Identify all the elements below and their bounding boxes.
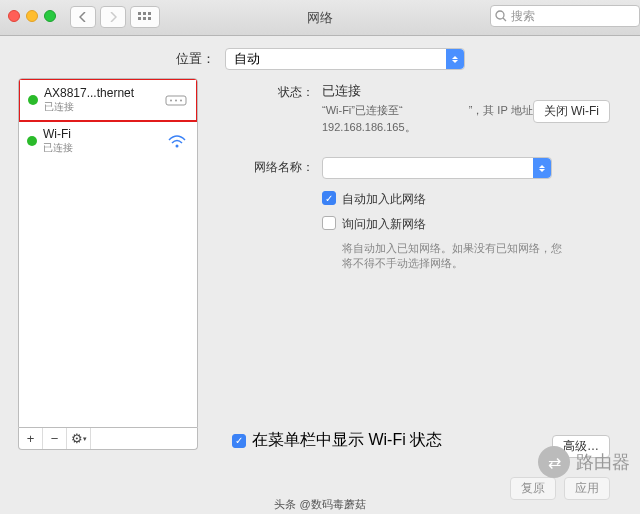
search-icon (495, 10, 507, 22)
sidebar-toolbar: + − ⚙▾ (18, 428, 198, 450)
search-placeholder: 搜索 (511, 8, 535, 25)
svg-point-12 (176, 145, 179, 148)
svg-rect-2 (148, 12, 151, 15)
status-label: 状态： (222, 82, 322, 135)
netname-label: 网络名称： (222, 157, 322, 272)
gear-button[interactable]: ⚙▾ (67, 428, 91, 449)
network-name-popup[interactable] (322, 157, 552, 179)
ask-join-description: 将自动加入已知网络。如果没有已知网络，您将不得不手动选择网络。 (342, 241, 562, 272)
show-menubar-checkbox[interactable]: ✓ (232, 434, 246, 448)
auto-join-label: 自动加入此网络 (342, 191, 426, 208)
sidebar-item-status: 已连接 (43, 141, 159, 155)
credit-text: 头条 @数码毒蘑菇 (274, 497, 365, 512)
wifi-icon (165, 131, 189, 151)
svg-rect-3 (138, 17, 141, 20)
gear-icon: ⚙ (71, 431, 83, 446)
bottom-buttons: 复原 应用 (510, 477, 610, 500)
titlebar: 网络 搜索 (0, 0, 640, 36)
detail-pane: 状态： 已连接 “Wi-Fi”已连接至“ ”，其 IP 地址为 192.168.… (198, 78, 622, 450)
chevron-updown-icon (446, 49, 464, 69)
zoom-icon[interactable] (44, 10, 56, 22)
location-value: 自动 (234, 50, 260, 68)
minimize-icon[interactable] (26, 10, 38, 22)
svg-point-9 (170, 100, 172, 102)
svg-rect-0 (138, 12, 141, 15)
forward-button[interactable] (100, 6, 126, 28)
sidebar-item-status: 已连接 (44, 100, 158, 114)
toolbar-nav (70, 6, 160, 28)
remove-interface-button[interactable]: − (43, 428, 67, 449)
location-label: 位置： (176, 50, 215, 68)
back-button[interactable] (70, 6, 96, 28)
apply-button[interactable]: 应用 (564, 477, 610, 500)
close-icon[interactable] (8, 10, 20, 22)
ask-join-checkbox[interactable] (322, 216, 336, 230)
sidebar-item-label: AX8817...thernet (44, 86, 158, 100)
svg-rect-1 (143, 12, 146, 15)
sidebar-item-ethernet[interactable]: AX8817...thernet 已连接 (18, 78, 198, 122)
add-interface-button[interactable]: + (19, 428, 43, 449)
traffic-lights (8, 10, 56, 22)
svg-point-6 (496, 11, 504, 19)
turn-wifi-off-button[interactable]: 关闭 Wi-Fi (533, 100, 610, 123)
sidebar-item-label: Wi-Fi (43, 127, 159, 141)
interface-sidebar: AX8817...thernet 已连接 Wi-Fi 已连接 (18, 78, 198, 428)
status-value: 已连接 (322, 82, 622, 100)
status-dot-icon (27, 136, 37, 146)
ask-join-label: 询问加入新网络 (342, 216, 426, 233)
menubar-row: ✓ 在菜单栏中显示 Wi-Fi 状态 (232, 430, 442, 451)
auto-join-checkbox[interactable]: ✓ (322, 191, 336, 205)
svg-line-7 (503, 18, 506, 21)
revert-button[interactable]: 复原 (510, 477, 556, 500)
svg-rect-5 (148, 17, 151, 20)
svg-point-11 (180, 100, 182, 102)
window-title: 网络 (307, 9, 333, 27)
ethernet-icon (164, 90, 188, 110)
status-dot-icon (28, 95, 38, 105)
chevron-updown-icon (533, 158, 551, 178)
location-popup[interactable]: 自动 (225, 48, 465, 70)
show-menubar-label: 在菜单栏中显示 Wi-Fi 状态 (252, 430, 442, 451)
show-all-button[interactable] (130, 6, 160, 28)
advanced-button[interactable]: 高级… (552, 435, 610, 458)
sidebar-item-wifi[interactable]: Wi-Fi 已连接 (19, 121, 197, 162)
search-input[interactable]: 搜索 (490, 5, 640, 27)
svg-rect-4 (143, 17, 146, 20)
location-row: 位置： 自动 (0, 36, 640, 78)
svg-point-10 (175, 100, 177, 102)
